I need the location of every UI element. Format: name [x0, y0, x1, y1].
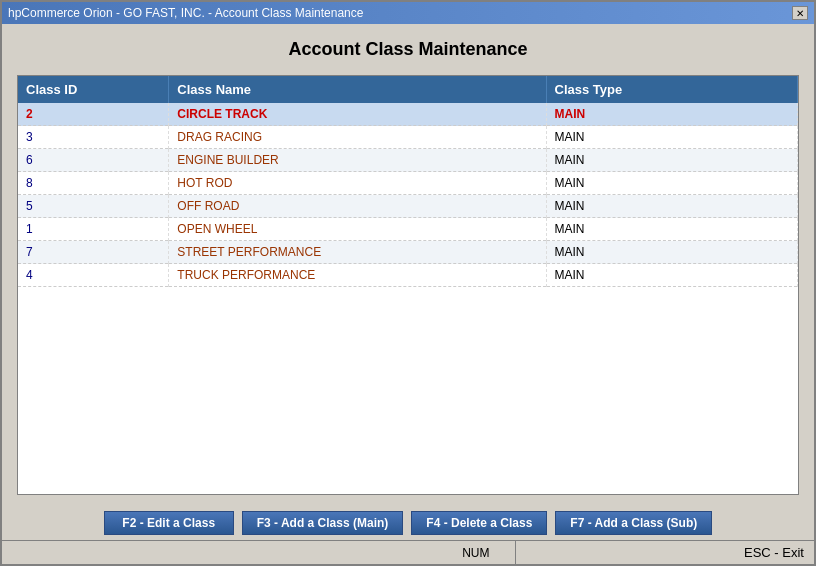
- cell-class-id: 8: [18, 172, 169, 195]
- table-row[interactable]: 6ENGINE BUILDERMAIN: [18, 149, 798, 172]
- close-button[interactable]: ✕: [792, 6, 808, 20]
- page-title: Account Class Maintenance: [17, 39, 799, 60]
- col-header-class-name: Class Name: [169, 76, 546, 103]
- cell-class-id: 2: [18, 103, 169, 126]
- table-body: 2CIRCLE TRACKMAIN3DRAG RACINGMAIN6ENGINE…: [18, 103, 798, 287]
- cell-class-name: OFF ROAD: [169, 195, 546, 218]
- close-icon: ✕: [796, 8, 804, 19]
- main-window: hpCommerce Orion - GO FAST, INC. - Accou…: [0, 0, 816, 566]
- cell-class-id: 7: [18, 241, 169, 264]
- cell-class-name: TRUCK PERFORMANCE: [169, 264, 546, 287]
- cell-class-type: MAIN: [546, 241, 797, 264]
- status-num: NUM: [436, 541, 516, 564]
- cell-class-name: OPEN WHEEL: [169, 218, 546, 241]
- cell-class-name: DRAG RACING: [169, 126, 546, 149]
- cell-class-type: MAIN: [546, 195, 797, 218]
- class-table: Class ID Class Name Class Type 2CIRCLE T…: [18, 76, 798, 287]
- title-bar: hpCommerce Orion - GO FAST, INC. - Accou…: [2, 2, 814, 24]
- table-row[interactable]: 1OPEN WHEELMAIN: [18, 218, 798, 241]
- add-sub-class-button[interactable]: F7 - Add a Class (Sub): [555, 511, 712, 535]
- cell-class-type: MAIN: [546, 126, 797, 149]
- cell-class-name: STREET PERFORMANCE: [169, 241, 546, 264]
- cell-class-id: 3: [18, 126, 169, 149]
- delete-class-button[interactable]: F4 - Delete a Class: [411, 511, 547, 535]
- cell-class-id: 5: [18, 195, 169, 218]
- cell-class-id: 6: [18, 149, 169, 172]
- col-header-class-id: Class ID: [18, 76, 169, 103]
- cell-class-type: MAIN: [546, 264, 797, 287]
- cell-class-type: MAIN: [546, 172, 797, 195]
- col-header-class-type: Class Type: [546, 76, 797, 103]
- main-content: Account Class Maintenance Class ID Class…: [2, 24, 814, 505]
- status-esc: ESC - Exit: [734, 543, 814, 562]
- cell-class-id: 1: [18, 218, 169, 241]
- table-header-row: Class ID Class Name Class Type: [18, 76, 798, 103]
- table-row[interactable]: 7STREET PERFORMANCEMAIN: [18, 241, 798, 264]
- table-row[interactable]: 8HOT RODMAIN: [18, 172, 798, 195]
- cell-class-name: HOT ROD: [169, 172, 546, 195]
- add-main-class-button[interactable]: F3 - Add a Class (Main): [242, 511, 404, 535]
- cell-class-name: ENGINE BUILDER: [169, 149, 546, 172]
- class-table-container: Class ID Class Name Class Type 2CIRCLE T…: [17, 75, 799, 495]
- bottom-bar: F2 - Edit a Class F3 - Add a Class (Main…: [2, 505, 814, 540]
- table-row[interactable]: 4TRUCK PERFORMANCEMAIN: [18, 264, 798, 287]
- edit-class-button[interactable]: F2 - Edit a Class: [104, 511, 234, 535]
- cell-class-type: MAIN: [546, 149, 797, 172]
- cell-class-type: MAIN: [546, 218, 797, 241]
- status-bar: NUM ESC - Exit: [2, 540, 814, 564]
- cell-class-name: CIRCLE TRACK: [169, 103, 546, 126]
- table-row[interactable]: 5OFF ROADMAIN: [18, 195, 798, 218]
- cell-class-id: 4: [18, 264, 169, 287]
- window-title: hpCommerce Orion - GO FAST, INC. - Accou…: [8, 6, 363, 20]
- cell-class-type: MAIN: [546, 103, 797, 126]
- table-row[interactable]: 2CIRCLE TRACKMAIN: [18, 103, 798, 126]
- table-row[interactable]: 3DRAG RACINGMAIN: [18, 126, 798, 149]
